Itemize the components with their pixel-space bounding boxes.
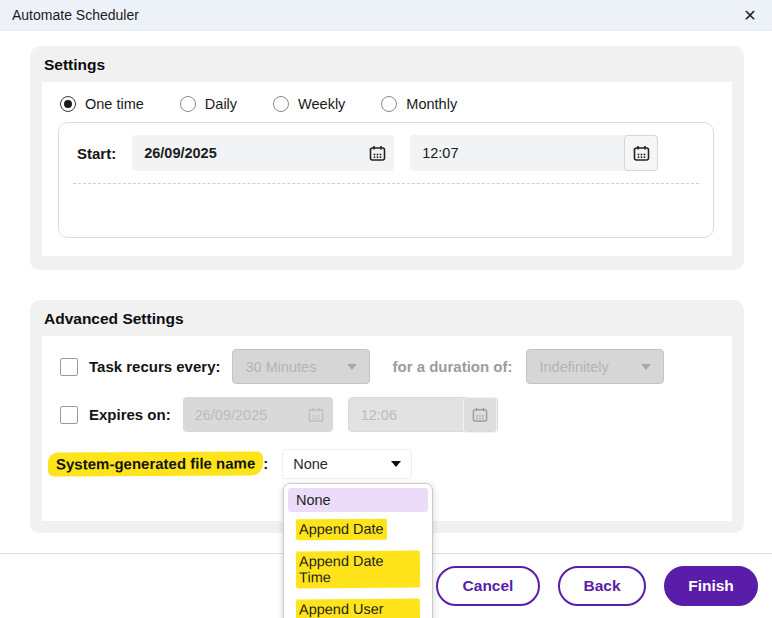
radio-monthly-label: Monthly (406, 96, 457, 112)
duration-value: Indefinitely (527, 359, 641, 375)
radio-one-time[interactable]: One time (60, 96, 144, 112)
radio-unselected-icon (273, 96, 289, 112)
task-recurs-label: Task recurs every: (89, 358, 220, 375)
expires-checkbox[interactable] (60, 406, 78, 424)
automate-scheduler-dialog: Automate Scheduler ✕ Settings One time D… (0, 0, 772, 618)
settings-panel: One time Daily Weekly Monthly Start: (42, 82, 732, 256)
finish-button[interactable]: Finish (664, 566, 758, 606)
start-date-input[interactable]: 26/09/2025 (132, 135, 394, 171)
expires-time-value: 12:06 (349, 407, 463, 423)
expires-row: Expires on: 26/09/2025 12:06 (42, 397, 732, 432)
dropdown-option-append-user-name[interactable]: Append User Name (288, 595, 428, 618)
task-recurs-checkbox[interactable] (60, 358, 78, 376)
system-generated-file-name-label: System-generated file name: (48, 452, 268, 476)
titlebar: Automate Scheduler ✕ (0, 0, 772, 31)
duration-select-disabled: Indefinitely (526, 349, 664, 384)
settings-heading: Settings (44, 56, 105, 74)
radio-one-time-label: One time (85, 96, 144, 112)
dropdown-option-append-date-time[interactable]: Append Date Time (288, 547, 428, 592)
cancel-button[interactable]: Cancel (436, 566, 540, 606)
duration-label: for a duration of: (392, 358, 512, 375)
file-name-dropdown-list: None Append Date Append Date Time Append… (283, 483, 433, 618)
expires-label: Expires on: (89, 406, 171, 423)
start-label: Start: (77, 145, 116, 162)
calendar-icon[interactable] (360, 135, 394, 171)
start-row: Start: 26/09/2025 12:07 (59, 123, 713, 183)
footer-buttons: Cancel Back Finish (436, 566, 758, 606)
task-recurs-row: Task recurs every: 30 Minutes for a dura… (42, 336, 732, 384)
window-title: Automate Scheduler (12, 7, 139, 23)
calendar-icon (299, 397, 333, 433)
radio-daily-label: Daily (205, 96, 237, 112)
yellow-highlight: Append Date (296, 519, 387, 541)
settings-section: Settings One time Daily Weekly Monthly (30, 46, 744, 270)
yellow-highlight: Append Date Time (296, 551, 420, 589)
start-box: Start: 26/09/2025 12:07 (58, 122, 714, 238)
yellow-highlight: Append User Name (296, 599, 420, 618)
interval-value: 30 Minutes (233, 359, 347, 375)
chevron-down-icon (391, 461, 401, 467)
radio-weekly-label: Weekly (298, 96, 345, 112)
calendar-icon[interactable] (624, 135, 658, 171)
file-name-selected-value: None (283, 456, 391, 472)
radio-selected-icon (60, 96, 76, 112)
expires-date-value: 26/09/2025 (183, 407, 299, 423)
radio-unselected-icon (180, 96, 196, 112)
calendar-icon (463, 397, 497, 433)
file-name-select[interactable]: None (282, 449, 412, 479)
radio-unselected-icon (381, 96, 397, 112)
radio-weekly[interactable]: Weekly (273, 96, 345, 112)
label-colon: : (263, 455, 268, 472)
chevron-down-icon (641, 364, 651, 370)
back-button[interactable]: Back (558, 566, 646, 606)
interval-select-disabled: 30 Minutes (232, 349, 370, 384)
start-date-value: 26/09/2025 (132, 145, 360, 161)
radio-monthly[interactable]: Monthly (381, 96, 457, 112)
close-icon[interactable]: ✕ (736, 0, 764, 30)
expires-time-disabled: 12:06 (348, 397, 498, 432)
yellow-highlight: System-generated file name (48, 451, 263, 476)
option-label: None (296, 492, 331, 508)
radio-daily[interactable]: Daily (180, 96, 237, 112)
advanced-settings-heading: Advanced Settings (44, 310, 184, 328)
recurrence-radio-group: One time Daily Weekly Monthly (42, 82, 732, 112)
dashed-divider (73, 183, 699, 184)
start-time-input[interactable]: 12:07 (410, 135, 658, 171)
expires-date-disabled: 26/09/2025 (183, 397, 333, 432)
dropdown-option-append-date[interactable]: Append Date (288, 515, 428, 544)
start-time-value: 12:07 (410, 145, 624, 161)
dropdown-option-none[interactable]: None (288, 488, 428, 512)
chevron-down-icon (347, 364, 357, 370)
file-name-row: System-generated file name: None (42, 449, 732, 479)
